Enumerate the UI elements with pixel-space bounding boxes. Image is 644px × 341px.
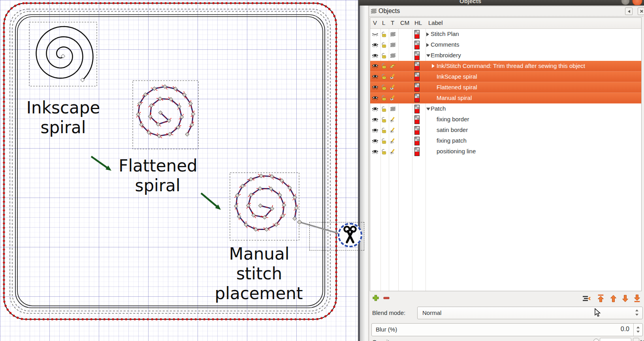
eye-open-icon[interactable]: [372, 128, 378, 133]
scissors-icon: [342, 225, 358, 245]
eye-open-icon[interactable]: [372, 95, 378, 101]
maximize-button[interactable]: [621, 0, 630, 5]
eye-open-icon[interactable]: [372, 53, 378, 58]
raise-icon: [610, 295, 617, 302]
col-visibility[interactable]: V: [373, 19, 377, 26]
object-row[interactable]: Flattened spiral: [370, 82, 641, 93]
highlight-swatch[interactable]: [414, 147, 420, 156]
eye-open-icon[interactable]: [372, 117, 378, 122]
add-object-button[interactable]: [372, 294, 379, 301]
window-titlebar[interactable]: Objects: [359, 0, 644, 6]
expander-closed-icon[interactable]: [426, 32, 429, 36]
eye-open-icon[interactable]: [372, 106, 378, 112]
lock-open-icon[interactable]: [381, 127, 386, 133]
object-label[interactable]: fixing border: [437, 116, 469, 122]
lock-open-icon[interactable]: [381, 42, 386, 48]
object-label[interactable]: Ink/Stitch Command: Trim thread after se…: [437, 62, 585, 69]
expander-open-icon[interactable]: [426, 107, 430, 110]
highlight-swatch[interactable]: [414, 137, 420, 145]
col-highlight[interactable]: HL: [414, 19, 422, 26]
expander-closed-icon[interactable]: [432, 64, 435, 68]
eye-open-icon[interactable]: [372, 138, 378, 144]
object-row[interactable]: Patch: [370, 104, 641, 114]
mouse-cursor: [595, 308, 601, 317]
blur-spin-buttons[interactable]: [633, 324, 642, 336]
highlight-swatch[interactable]: [414, 51, 420, 60]
object-label[interactable]: Patch: [431, 105, 446, 112]
highlight-swatch[interactable]: [414, 94, 420, 102]
raise-to-top-button[interactable]: [597, 294, 604, 302]
blend-mode-select[interactable]: Normal: [417, 307, 643, 319]
highlight-swatch[interactable]: [414, 126, 420, 135]
lock-open-icon[interactable]: [381, 85, 386, 90]
opacity-value[interactable]: 100.0: [600, 338, 631, 341]
object-row[interactable]: Embroidery: [370, 50, 641, 61]
lock-open-icon[interactable]: [381, 138, 386, 144]
eye-open-icon[interactable]: [372, 63, 378, 69]
object-row[interactable]: satin border: [370, 125, 641, 136]
lock-open-icon[interactable]: [381, 53, 386, 58]
lower-button[interactable]: [622, 295, 629, 302]
object-label[interactable]: Stitch Plan: [431, 30, 459, 37]
tree-column-headers[interactable]: V L T CM HL Label: [370, 18, 641, 29]
panel-close-button[interactable]: [638, 8, 644, 15]
object-row[interactable]: Stitch Plan: [370, 29, 641, 40]
object-row[interactable]: Manual spiral: [370, 93, 641, 104]
blur-slider[interactable]: Blur (%) 0.0: [371, 323, 643, 336]
object-label[interactable]: positioning line: [437, 148, 476, 154]
object-row[interactable]: positioning line: [370, 146, 641, 157]
highlight-swatch[interactable]: [414, 83, 420, 92]
object-label[interactable]: Embroidery: [431, 52, 461, 58]
eye-open-icon[interactable]: [372, 74, 378, 79]
object-label[interactable]: Comments: [431, 41, 459, 48]
object-label[interactable]: Flattened spiral: [437, 84, 477, 90]
object-row[interactable]: InkScape spiral: [370, 72, 641, 82]
eye-closed-icon[interactable]: [372, 32, 378, 37]
lock-open-icon[interactable]: [381, 63, 386, 69]
object-label[interactable]: fixing patch: [437, 137, 467, 144]
lock-open-icon[interactable]: [381, 31, 386, 37]
highlight-swatch[interactable]: [414, 30, 420, 39]
raise-button[interactable]: [610, 295, 617, 302]
col-type[interactable]: T: [391, 19, 394, 26]
object-label[interactable]: InkScape spiral: [437, 73, 477, 80]
expander-open-icon[interactable]: [426, 54, 430, 57]
eye-open-icon[interactable]: [372, 42, 378, 48]
window-close-button[interactable]: [632, 0, 642, 6]
object-label[interactable]: satin border: [437, 126, 468, 133]
col-lock[interactable]: L: [382, 19, 385, 26]
lock-open-icon[interactable]: [381, 95, 386, 101]
highlight-swatch[interactable]: [414, 72, 420, 81]
move-to-layer-button[interactable]: [582, 295, 591, 302]
opacity-spin-buttons[interactable]: [633, 338, 639, 341]
panel-collapse-button[interactable]: [625, 8, 633, 15]
remove-object-button[interactable]: [383, 294, 390, 301]
lock-open-icon[interactable]: [381, 149, 386, 154]
layer-type-icon: [390, 53, 396, 58]
blend-mode-label: Blend mode:: [372, 309, 405, 316]
highlight-swatch[interactable]: [414, 115, 420, 124]
object-row[interactable]: Ink/Stitch Command: Trim thread after se…: [370, 61, 641, 72]
lock-open-icon[interactable]: [381, 117, 386, 122]
canvas-text-label: Manual: [229, 244, 290, 264]
eye-open-icon[interactable]: [372, 85, 378, 90]
highlight-swatch[interactable]: [414, 41, 420, 49]
dock-grip-top[interactable]: [369, 6, 643, 6]
opacity-slider-handle[interactable]: [593, 339, 599, 341]
expander-closed-icon[interactable]: [426, 43, 429, 47]
object-row[interactable]: Comments: [370, 40, 641, 50]
highlight-swatch[interactable]: [414, 62, 420, 70]
eye-open-icon[interactable]: [372, 149, 378, 154]
trim-command-symbol[interactable]: [338, 223, 362, 247]
highlight-swatch[interactable]: [414, 105, 420, 113]
drawing-canvas[interactable]: InkscapespiralFlattenedspiralManualstitc…: [0, 0, 358, 341]
object-label[interactable]: Manual spiral: [437, 94, 472, 101]
lock-open-icon[interactable]: [381, 74, 386, 80]
col-cm[interactable]: CM: [400, 19, 409, 26]
lock-open-icon[interactable]: [381, 106, 386, 112]
object-row[interactable]: fixing patch: [370, 136, 641, 146]
col-label[interactable]: Label: [428, 19, 443, 26]
path-type-icon: [390, 117, 395, 122]
object-row[interactable]: fixing border: [370, 114, 641, 125]
lower-to-bottom-button[interactable]: [634, 294, 640, 302]
